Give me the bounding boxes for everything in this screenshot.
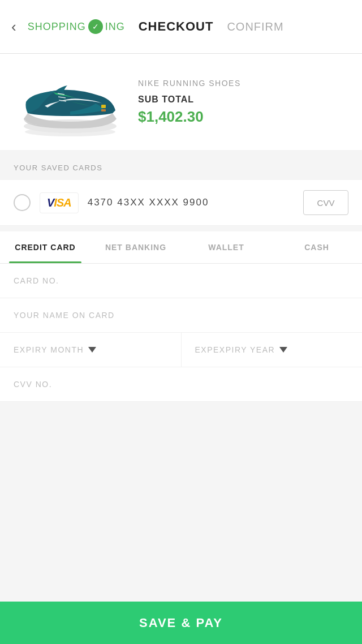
visa-logo: VISA	[40, 192, 79, 213]
expiry-month-field[interactable]: EXPIRY MONTH	[0, 333, 182, 367]
saved-card-row: VISA 4370 43XX XXXX 9900 CVV	[0, 180, 362, 226]
step-shopping-label2: ING	[105, 21, 125, 33]
name-on-card-field[interactable]: YOUR NAME ON CARD	[0, 298, 362, 333]
payment-form: CARD NO. YOUR NAME ON CARD EXPIRY MONTH …	[0, 264, 362, 402]
card-no-field[interactable]: CARD NO.	[0, 264, 362, 298]
card-number: 4370 43XX XXXX 9900	[88, 197, 294, 208]
expiry-year-dropdown-icon[interactable]	[279, 347, 287, 353]
step-checkout-label: CHECKOUT	[139, 19, 214, 34]
expiry-month-label: EXPIRY MONTH	[14, 345, 84, 354]
header: ‹ SHOPPING ✓ ING CHECKOUT CONFIRM	[0, 0, 362, 54]
svg-rect-2	[101, 105, 106, 108]
expiry-row: EXPIRY MONTH EXPEXPIRY YEAR	[0, 333, 362, 367]
cvv-no-field[interactable]: CVV NO.	[0, 367, 362, 402]
cvv-input[interactable]: CVV	[303, 190, 348, 215]
name-on-card-label: YOUR NAME ON CARD	[14, 311, 348, 320]
tab-net-banking[interactable]: NET BANKING	[90, 231, 181, 263]
expiry-month-dropdown-icon[interactable]	[88, 347, 96, 353]
saved-cards-header: YOUR SAVED CARDS	[0, 156, 362, 180]
product-section: NIKE RUNNING SHOES SUB TOTAL $1,402.30	[0, 54, 362, 150]
step-confirm-label: CONFIRM	[227, 20, 283, 33]
subtotal-amount: $1,402.30	[138, 108, 348, 126]
cvv-no-label: CVV NO.	[14, 380, 348, 389]
bottom-spacer	[0, 402, 362, 444]
svg-rect-3	[101, 109, 106, 111]
step-shopping: SHOPPING ✓ ING	[28, 19, 125, 34]
expiry-year-field[interactable]: EXPEXPIRY YEAR	[182, 333, 363, 367]
product-info: NIKE RUNNING SHOES SUB TOTAL $1,402.30	[138, 79, 348, 126]
step-shopping-label: SHOPPING	[28, 21, 86, 33]
product-name: NIKE RUNNING SHOES	[138, 79, 348, 88]
tab-credit-card[interactable]: CREDIT CARD	[0, 231, 90, 263]
product-image	[14, 65, 127, 139]
save-pay-button[interactable]: SAVE & PAY	[0, 602, 362, 644]
expiry-year-label: EXPEXPIRY YEAR	[195, 345, 275, 354]
subtotal-label: SUB TOTAL	[138, 95, 348, 105]
steps-nav: SHOPPING ✓ ING CHECKOUT CONFIRM	[28, 19, 351, 34]
check-icon: ✓	[88, 19, 103, 34]
payment-tabs: CREDIT CARD NET BANKING WALLET CASH	[0, 231, 362, 264]
back-button[interactable]: ‹	[11, 19, 16, 34]
card-no-label: CARD NO.	[14, 276, 348, 285]
tab-cash[interactable]: CASH	[272, 231, 362, 263]
saved-cards-label: YOUR SAVED CARDS	[14, 164, 102, 172]
tab-wallet[interactable]: WALLET	[181, 231, 272, 263]
card-radio-button[interactable]	[14, 194, 31, 211]
